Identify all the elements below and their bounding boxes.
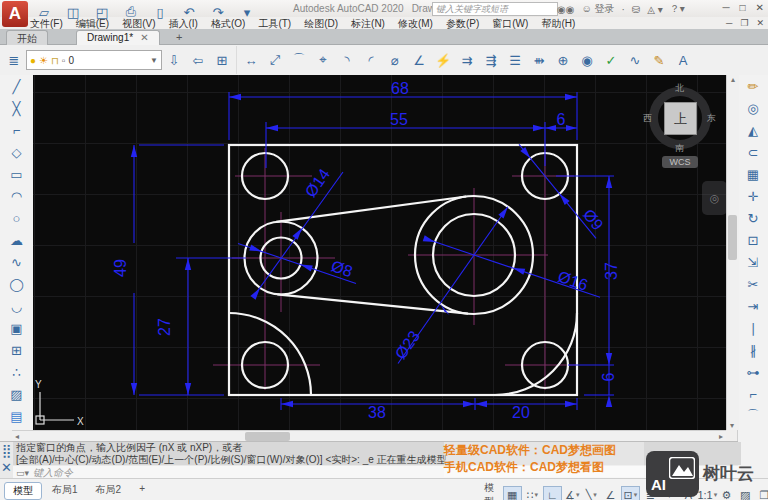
- hscroll-thumb[interactable]: [245, 432, 290, 441]
- insert-block-icon[interactable]: ▣: [5, 317, 29, 339]
- ellipse-icon[interactable]: ◯: [5, 273, 29, 295]
- dim-text[interactable]: Ø16: [556, 268, 590, 294]
- menu-item[interactable]: 工具(T): [258, 17, 291, 29]
- dim-linear-icon[interactable]: ↔: [240, 49, 262, 71]
- ortho-icon[interactable]: ∟: [543, 486, 562, 500]
- revcloud-icon[interactable]: ☁: [5, 229, 29, 251]
- layer-previous-icon[interactable]: ⇦: [187, 49, 209, 71]
- spline-icon[interactable]: ∿: [5, 251, 29, 273]
- apps-icon[interactable]: ◬ ▾: [647, 4, 663, 15]
- menu-item[interactable]: 视图(V): [122, 17, 155, 29]
- osnap-icon[interactable]: ⊡▾: [621, 486, 640, 500]
- viewcube-south-label[interactable]: 南: [675, 142, 684, 155]
- menu-item[interactable]: 编辑(E): [76, 17, 109, 29]
- menu-item[interactable]: 文件(F): [30, 17, 63, 29]
- hatch-icon[interactable]: ▨: [5, 383, 29, 405]
- menu-item[interactable]: 窗口(W): [492, 17, 528, 29]
- move-icon[interactable]: ✛: [741, 185, 765, 207]
- chamfer-icon[interactable]: ⌐: [741, 383, 765, 405]
- fillet-icon[interactable]: ⌒: [741, 405, 765, 427]
- menu-item[interactable]: 插入(I): [168, 17, 197, 29]
- help-icon[interactable]: ？▾: [670, 2, 685, 16]
- scroll-right-icon[interactable]: ▸: [719, 432, 723, 441]
- chevron-down-icon[interactable]: ▼: [150, 56, 158, 65]
- viewcube-top-face[interactable]: 上: [664, 102, 697, 135]
- new-tab-button[interactable]: +: [176, 31, 182, 43]
- make-current-icon[interactable]: ⇩: [163, 49, 185, 71]
- polyline-icon[interactable]: ⌐: [5, 119, 29, 141]
- help-search-input[interactable]: 键入关键字或短语: [432, 2, 558, 16]
- close-button[interactable]: ✕: [756, 2, 764, 13]
- dim-diameter-icon[interactable]: ⌀: [384, 49, 406, 71]
- point-icon[interactable]: ∴: [5, 361, 29, 383]
- dim-text[interactable]: 55: [390, 111, 408, 128]
- rotate-icon[interactable]: ↻: [741, 207, 765, 229]
- dim-baseline-icon[interactable]: ⇉: [456, 49, 478, 71]
- model-space-label[interactable]: 模型: [484, 481, 499, 500]
- scroll-down-icon[interactable]: ▾: [730, 421, 734, 430]
- dim-text[interactable]: 68: [391, 80, 409, 97]
- arc-icon[interactable]: ◠: [5, 185, 29, 207]
- rectangle-icon[interactable]: ▭: [5, 163, 29, 185]
- layer-lock-icon[interactable]: ⊓: [51, 55, 59, 66]
- layer-on-icon[interactable]: ●: [30, 55, 36, 66]
- dim-angular-icon[interactable]: ∠: [408, 49, 430, 71]
- cart-icon[interactable]: ⛁: [632, 4, 640, 15]
- dim-space-icon[interactable]: ☰: [504, 49, 526, 71]
- layer-states-icon[interactable]: ⊞: [211, 49, 233, 71]
- line-icon[interactable]: ╱: [5, 75, 29, 97]
- polar-icon[interactable]: ∡▾: [564, 487, 581, 500]
- dim-text[interactable]: Ø8: [329, 257, 355, 280]
- mdi-button[interactable]: ❐: [740, 18, 748, 28]
- viewcube-west-label[interactable]: 西: [643, 112, 652, 125]
- dim-text[interactable]: 6: [557, 111, 566, 128]
- scroll-left-icon[interactable]: ◂: [15, 432, 19, 441]
- tab-close-icon[interactable]: ✕: [140, 32, 148, 43]
- layer-properties-icon[interactable]: ≣: [3, 49, 25, 71]
- layer-color-icon[interactable]: ▫: [62, 55, 66, 66]
- mdi-button[interactable]: ─: [726, 18, 732, 28]
- dim-continue-icon[interactable]: ⇶: [480, 49, 502, 71]
- menu-item[interactable]: 绘图(D): [304, 17, 338, 29]
- otrack-icon[interactable]: ∠: [602, 487, 619, 500]
- stretch-icon[interactable]: ⇲: [741, 251, 765, 273]
- menu-item[interactable]: 修改(M): [398, 17, 433, 29]
- dim-text[interactable]: 20: [512, 404, 530, 421]
- array-icon[interactable]: ▦: [741, 163, 765, 185]
- dim-text[interactable]: 49: [112, 259, 129, 277]
- polygon-icon[interactable]: ◇: [5, 141, 29, 163]
- create-block-icon[interactable]: ⊞: [5, 339, 29, 361]
- dim-inspect-icon[interactable]: ✓: [600, 49, 622, 71]
- dim-edit-icon[interactable]: ✎: [648, 49, 670, 71]
- layout-tab-布局2[interactable]: 布局2: [88, 482, 130, 500]
- break-point-icon[interactable]: ∣: [741, 317, 765, 339]
- quick-dim-icon[interactable]: ⚡: [432, 49, 454, 71]
- dim-radius-icon[interactable]: ◝: [336, 49, 358, 71]
- dim-text[interactable]: 38: [368, 404, 386, 421]
- snap-icon[interactable]: ∷▾: [524, 487, 541, 500]
- dim-jogged-icon[interactable]: ◜: [360, 49, 382, 71]
- center-mark-icon[interactable]: ◉: [576, 49, 598, 71]
- join-icon[interactable]: ⊶: [741, 361, 765, 383]
- tolerance-icon[interactable]: ⊕: [552, 49, 574, 71]
- menu-item[interactable]: 帮助(H): [541, 17, 575, 29]
- dim-aligned-icon[interactable]: ⤢: [264, 49, 286, 71]
- viewcube[interactable]: 上 北 南 西 东: [647, 85, 713, 151]
- dim-textedit-icon[interactable]: A: [672, 49, 694, 71]
- construction-line-icon[interactable]: ╳: [5, 97, 29, 119]
- maximize-button[interactable]: □: [740, 2, 746, 13]
- scale-icon[interactable]: ⊡: [741, 229, 765, 251]
- viewcube-north-label[interactable]: 北: [675, 82, 684, 95]
- extend-icon[interactable]: ⇥: [741, 295, 765, 317]
- break-icon[interactable]: ∦: [741, 339, 765, 361]
- dim-text[interactable]: Ø23: [392, 328, 423, 363]
- trim-icon[interactable]: ✂: [741, 273, 765, 295]
- dim-ordinate-icon[interactable]: ⌖: [312, 49, 334, 71]
- search-icon[interactable]: ◉◉: [557, 4, 574, 15]
- dim-text[interactable]: 27: [156, 318, 173, 336]
- isodraft-icon[interactable]: ╲▾: [583, 487, 600, 500]
- dim-arclength-icon[interactable]: ⌒: [288, 49, 310, 71]
- menu-item[interactable]: 标注(N): [351, 17, 385, 29]
- dim-break-icon[interactable]: ⇻: [528, 49, 550, 71]
- copy-icon[interactable]: ◎: [741, 97, 765, 119]
